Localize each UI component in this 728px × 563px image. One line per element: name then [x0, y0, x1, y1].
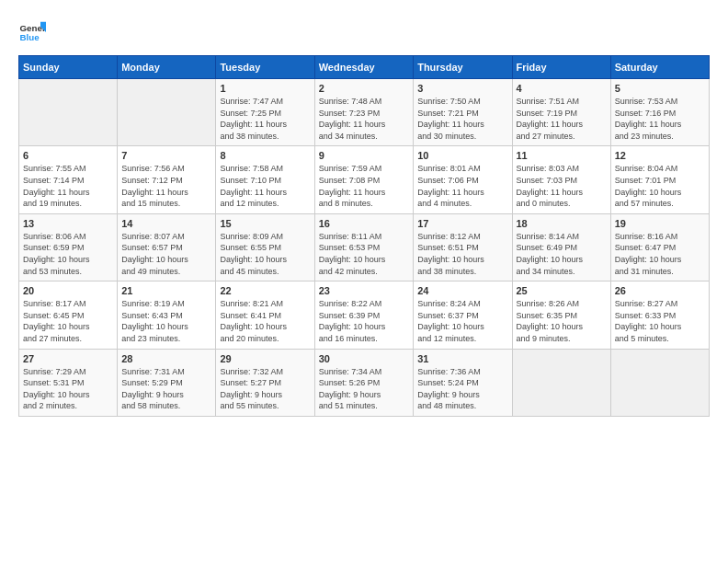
calendar-cell: 8Sunrise: 7:58 AM Sunset: 7:10 PM Daylig…	[216, 146, 314, 213]
calendar-cell: 7Sunrise: 7:56 AM Sunset: 7:12 PM Daylig…	[118, 146, 216, 213]
day-detail: Sunrise: 8:12 AM Sunset: 6:51 PM Dayligh…	[417, 231, 507, 277]
day-detail: Sunrise: 7:29 AM Sunset: 5:31 PM Dayligh…	[23, 366, 113, 412]
weekday-header-tuesday: Tuesday	[216, 56, 314, 79]
day-number: 30	[319, 353, 409, 364]
day-number: 3	[417, 83, 507, 94]
day-detail: Sunrise: 8:03 AM Sunset: 7:03 PM Dayligh…	[517, 163, 607, 209]
calendar-cell: 10Sunrise: 8:01 AM Sunset: 7:06 PM Dayli…	[414, 146, 512, 213]
day-detail: Sunrise: 7:58 AM Sunset: 7:10 PM Dayligh…	[220, 163, 310, 209]
weekday-header-saturday: Saturday	[610, 56, 709, 79]
calendar-cell: 25Sunrise: 8:26 AM Sunset: 6:35 PM Dayli…	[512, 282, 610, 349]
day-detail: Sunrise: 7:48 AM Sunset: 7:23 PM Dayligh…	[319, 96, 409, 142]
day-number: 12	[615, 150, 705, 161]
day-detail: Sunrise: 8:06 AM Sunset: 6:59 PM Dayligh…	[23, 231, 113, 277]
day-detail: Sunrise: 8:27 AM Sunset: 6:33 PM Dayligh…	[615, 298, 705, 344]
day-number: 18	[517, 218, 607, 229]
day-number: 11	[517, 150, 607, 161]
day-number: 25	[517, 285, 607, 296]
day-detail: Sunrise: 7:56 AM Sunset: 7:12 PM Dayligh…	[121, 163, 211, 209]
day-detail: Sunrise: 8:24 AM Sunset: 6:37 PM Dayligh…	[417, 298, 507, 344]
day-detail: Sunrise: 7:32 AM Sunset: 5:27 PM Dayligh…	[220, 366, 310, 412]
calendar-cell: 17Sunrise: 8:12 AM Sunset: 6:51 PM Dayli…	[414, 213, 512, 281]
day-detail: Sunrise: 7:55 AM Sunset: 7:14 PM Dayligh…	[23, 163, 113, 209]
day-number: 7	[121, 150, 211, 161]
day-number: 24	[417, 285, 507, 296]
calendar-table: SundayMondayTuesdayWednesdayThursdayFrid…	[18, 55, 710, 417]
calendar-cell: 2Sunrise: 7:48 AM Sunset: 7:23 PM Daylig…	[314, 79, 413, 146]
calendar-body: 1Sunrise: 7:47 AM Sunset: 7:25 PM Daylig…	[19, 79, 710, 417]
calendar-cell: 13Sunrise: 8:06 AM Sunset: 6:59 PM Dayli…	[19, 213, 118, 281]
calendar-cell	[512, 349, 610, 416]
weekday-header-monday: Monday	[118, 56, 216, 79]
weekday-header-row: SundayMondayTuesdayWednesdayThursdayFrid…	[19, 56, 710, 79]
calendar-cell: 27Sunrise: 7:29 AM Sunset: 5:31 PM Dayli…	[19, 349, 118, 416]
calendar-week-row: 20Sunrise: 8:17 AM Sunset: 6:45 PM Dayli…	[19, 282, 710, 349]
day-detail: Sunrise: 8:14 AM Sunset: 6:49 PM Dayligh…	[517, 231, 607, 277]
weekday-header-wednesday: Wednesday	[314, 56, 413, 79]
day-detail: Sunrise: 8:07 AM Sunset: 6:57 PM Dayligh…	[121, 231, 211, 277]
day-detail: Sunrise: 8:21 AM Sunset: 6:41 PM Dayligh…	[220, 298, 310, 344]
calendar-cell: 21Sunrise: 8:19 AM Sunset: 6:43 PM Dayli…	[118, 282, 216, 349]
day-detail: Sunrise: 8:01 AM Sunset: 7:06 PM Dayligh…	[417, 163, 507, 209]
day-number: 17	[417, 218, 507, 229]
calendar-cell: 31Sunrise: 7:36 AM Sunset: 5:24 PM Dayli…	[414, 349, 512, 416]
calendar-cell: 29Sunrise: 7:32 AM Sunset: 5:27 PM Dayli…	[216, 349, 314, 416]
calendar-cell: 16Sunrise: 8:11 AM Sunset: 6:53 PM Dayli…	[314, 213, 413, 281]
calendar-cell: 30Sunrise: 7:34 AM Sunset: 5:26 PM Dayli…	[314, 349, 413, 416]
day-detail: Sunrise: 7:34 AM Sunset: 5:26 PM Dayligh…	[319, 366, 409, 412]
calendar-cell: 24Sunrise: 8:24 AM Sunset: 6:37 PM Dayli…	[414, 282, 512, 349]
calendar-cell: 19Sunrise: 8:16 AM Sunset: 6:47 PM Dayli…	[610, 213, 709, 281]
calendar-cell: 5Sunrise: 7:53 AM Sunset: 7:16 PM Daylig…	[610, 79, 709, 146]
day-number: 10	[417, 150, 507, 161]
calendar-week-row: 13Sunrise: 8:06 AM Sunset: 6:59 PM Dayli…	[19, 213, 710, 281]
day-number: 15	[220, 218, 310, 229]
calendar-cell: 22Sunrise: 8:21 AM Sunset: 6:41 PM Dayli…	[216, 282, 314, 349]
day-number: 13	[23, 218, 113, 229]
day-number: 5	[615, 83, 705, 94]
day-number: 6	[23, 150, 113, 161]
day-number: 19	[615, 218, 705, 229]
calendar-cell: 4Sunrise: 7:51 AM Sunset: 7:19 PM Daylig…	[512, 79, 610, 146]
calendar-cell: 6Sunrise: 7:55 AM Sunset: 7:14 PM Daylig…	[19, 146, 118, 213]
calendar-cell: 14Sunrise: 8:07 AM Sunset: 6:57 PM Dayli…	[118, 213, 216, 281]
day-detail: Sunrise: 8:22 AM Sunset: 6:39 PM Dayligh…	[319, 298, 409, 344]
day-number: 28	[121, 353, 211, 364]
day-detail: Sunrise: 8:19 AM Sunset: 6:43 PM Dayligh…	[121, 298, 211, 344]
day-detail: Sunrise: 7:31 AM Sunset: 5:29 PM Dayligh…	[121, 366, 211, 412]
logo-icon: General Blue	[18, 18, 46, 46]
calendar-cell: 9Sunrise: 7:59 AM Sunset: 7:08 PM Daylig…	[314, 146, 413, 213]
day-detail: Sunrise: 8:11 AM Sunset: 6:53 PM Dayligh…	[319, 231, 409, 277]
day-number: 20	[23, 285, 113, 296]
calendar-week-row: 1Sunrise: 7:47 AM Sunset: 7:25 PM Daylig…	[19, 79, 710, 146]
calendar-cell: 26Sunrise: 8:27 AM Sunset: 6:33 PM Dayli…	[610, 282, 709, 349]
calendar-cell: 23Sunrise: 8:22 AM Sunset: 6:39 PM Dayli…	[314, 282, 413, 349]
calendar-cell	[118, 79, 216, 146]
calendar-cell: 3Sunrise: 7:50 AM Sunset: 7:21 PM Daylig…	[414, 79, 512, 146]
day-number: 1	[220, 83, 310, 94]
calendar-week-row: 6Sunrise: 7:55 AM Sunset: 7:14 PM Daylig…	[19, 146, 710, 213]
page-header: General Blue	[18, 18, 710, 46]
calendar-cell: 20Sunrise: 8:17 AM Sunset: 6:45 PM Dayli…	[19, 282, 118, 349]
calendar-cell: 15Sunrise: 8:09 AM Sunset: 6:55 PM Dayli…	[216, 213, 314, 281]
calendar-cell: 1Sunrise: 7:47 AM Sunset: 7:25 PM Daylig…	[216, 79, 314, 146]
day-number: 31	[417, 353, 507, 364]
day-number: 23	[319, 285, 409, 296]
calendar-cell: 11Sunrise: 8:03 AM Sunset: 7:03 PM Dayli…	[512, 146, 610, 213]
day-detail: Sunrise: 8:09 AM Sunset: 6:55 PM Dayligh…	[220, 231, 310, 277]
day-number: 8	[220, 150, 310, 161]
day-number: 9	[319, 150, 409, 161]
calendar-cell	[19, 79, 118, 146]
day-number: 26	[615, 285, 705, 296]
day-detail: Sunrise: 7:53 AM Sunset: 7:16 PM Dayligh…	[615, 96, 705, 142]
day-number: 29	[220, 353, 310, 364]
day-detail: Sunrise: 8:26 AM Sunset: 6:35 PM Dayligh…	[517, 298, 607, 344]
calendar-cell: 18Sunrise: 8:14 AM Sunset: 6:49 PM Dayli…	[512, 213, 610, 281]
weekday-header-thursday: Thursday	[414, 56, 512, 79]
day-detail: Sunrise: 8:04 AM Sunset: 7:01 PM Dayligh…	[615, 163, 705, 209]
day-number: 22	[220, 285, 310, 296]
day-detail: Sunrise: 7:51 AM Sunset: 7:19 PM Dayligh…	[517, 96, 607, 142]
logo: General Blue	[18, 18, 46, 46]
calendar-cell	[610, 349, 709, 416]
svg-text:Blue: Blue	[20, 32, 40, 42]
day-number: 21	[121, 285, 211, 296]
